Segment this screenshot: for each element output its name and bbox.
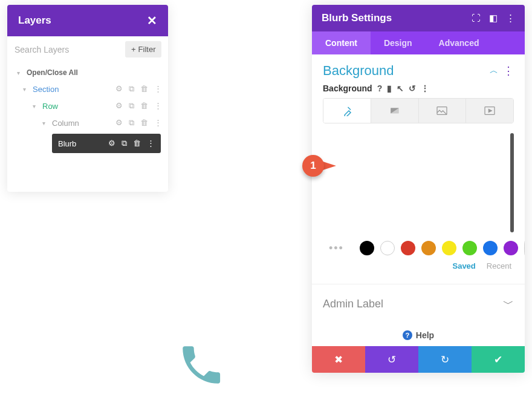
kebab-icon[interactable]: ⋮ (506, 13, 515, 24)
row-actions: ⚙ ⧉ 🗑 ⋮ (115, 101, 162, 111)
help-icon: ? (403, 330, 412, 340)
tree-row[interactable]: ▾ Row ⚙ ⧉ 🗑 ⋮ (7, 97, 168, 114)
color-swatch[interactable] (462, 241, 477, 255)
tree-section[interactable]: ▾ Section ⚙ ⧉ 🗑 ⋮ (7, 80, 168, 97)
tab-advanced[interactable]: Advanced (426, 31, 493, 54)
color-swatch[interactable] (442, 241, 456, 255)
caret-icon: ▾ (33, 103, 39, 110)
layers-header: Layers ✕ (7, 5, 168, 36)
hover-icon[interactable]: ↖ (397, 84, 404, 93)
color-swatch[interactable] (421, 241, 436, 255)
trash-icon[interactable]: 🗑 (133, 139, 141, 148)
tree-blurb[interactable]: Blurb ⚙ ⧉ 🗑 ⋮ (52, 134, 161, 153)
swatch-saved-tab[interactable]: Saved (452, 261, 475, 270)
bg-video-tab[interactable] (465, 99, 513, 123)
gear-icon[interactable]: ⚙ (115, 118, 123, 128)
settings-header: Blurb Settings ⛶ ◧ ⋮ (312, 5, 525, 31)
tree-column[interactable]: ▾ Column ⚙ ⧉ 🗑 ⋮ (7, 114, 168, 131)
phone-icon (177, 340, 226, 390)
color-swatch[interactable] (483, 241, 498, 255)
settings-tabs: Content Design Advanced (312, 31, 525, 54)
kebab-icon[interactable]: ⋮ (154, 84, 162, 94)
bg-gradient-tab[interactable] (371, 99, 418, 123)
reset-icon[interactable]: ↺ (409, 84, 416, 93)
open-close-all[interactable]: ▾ Open/Close All (7, 65, 168, 80)
color-swatch[interactable] (504, 241, 518, 255)
filter-label: Filter (138, 45, 156, 54)
background-type-segments (323, 98, 514, 123)
caret-icon: ▾ (42, 120, 48, 126)
expand-icon[interactable]: ⛶ (472, 13, 481, 24)
swatch-none[interactable] (524, 241, 525, 255)
redo-button[interactable]: ↻ (418, 346, 472, 373)
color-swatch[interactable] (401, 241, 415, 255)
gear-icon[interactable]: ⚙ (115, 84, 123, 94)
duplicate-icon[interactable]: ⧉ (129, 84, 134, 94)
confirm-button[interactable]: ✔ (472, 346, 525, 373)
gear-icon[interactable]: ⚙ (115, 101, 123, 111)
caret-icon: ▾ (17, 70, 23, 76)
layers-title: Layers (18, 15, 51, 27)
settings-body: Background ︿ ⋮ Background ? ▮ ↖ ↺ ⋮ (312, 54, 525, 284)
caret-icon: ▾ (23, 86, 29, 93)
background-title: Background (323, 63, 394, 79)
admin-label-title: Admin Label (323, 298, 383, 310)
color-swatch[interactable] (380, 241, 395, 255)
tab-content[interactable]: Content (312, 31, 371, 54)
more-swatches-icon[interactable]: ••• (329, 242, 344, 255)
search-input[interactable] (15, 45, 120, 54)
trash-icon[interactable]: 🗑 (140, 118, 148, 128)
swatch-recent-tab[interactable]: Recent (487, 261, 511, 270)
background-label-row: Background ? ▮ ↖ ↺ ⋮ (323, 84, 514, 93)
settings-panel: Blurb Settings ⛶ ◧ ⋮ Content Design Adva… (312, 5, 525, 373)
device-icon[interactable]: ▮ (387, 84, 392, 93)
trash-icon[interactable]: 🗑 (140, 84, 148, 94)
settings-title: Blurb Settings (322, 12, 392, 24)
filter-button[interactable]: + Filter (125, 41, 161, 57)
callout-number: 1 (302, 155, 324, 177)
chevron-up-icon[interactable]: ︿ (490, 65, 498, 76)
duplicate-icon[interactable]: ⧉ (129, 101, 134, 111)
kebab-icon[interactable]: ⋮ (154, 101, 162, 111)
bg-color-tab[interactable] (323, 99, 371, 123)
settings-header-icons: ⛶ ◧ ⋮ (472, 13, 515, 24)
callout-1: 1 (302, 155, 337, 180)
action-bar: ✖ ↺ ↻ ✔ (312, 346, 525, 373)
layers-search-row: + Filter (7, 36, 168, 62)
color-swatch[interactable] (360, 241, 374, 255)
close-icon[interactable]: ✕ (147, 13, 157, 28)
cancel-button[interactable]: ✖ (312, 346, 365, 373)
tab-design[interactable]: Design (371, 31, 426, 54)
background-preview[interactable] (323, 128, 514, 235)
background-section-header[interactable]: Background ︿ ⋮ (323, 63, 514, 79)
background-label: Background (323, 84, 372, 93)
duplicate-icon[interactable]: ⧉ (129, 118, 134, 128)
plus-icon: + (131, 45, 136, 54)
kebab-icon[interactable]: ⋮ (147, 139, 155, 148)
duplicate-icon[interactable]: ⧉ (122, 139, 127, 148)
bg-image-tab[interactable] (418, 99, 466, 123)
help-icon[interactable]: ? (377, 84, 383, 93)
row-actions: ⚙ ⧉ 🗑 ⋮ (115, 118, 162, 128)
row-actions: ⚙ ⧉ 🗑 ⋮ (115, 84, 162, 94)
help-label: Help (416, 330, 434, 340)
row-actions: ⚙ ⧉ 🗑 ⋮ (108, 139, 155, 148)
layers-panel: Layers ✕ + Filter ▾ Open/Close All ▾ Sec… (7, 5, 168, 192)
admin-label-section[interactable]: Admin Label ﹀ (312, 284, 525, 323)
gear-icon[interactable]: ⚙ (108, 139, 115, 148)
swatch-row: ••• (323, 235, 514, 258)
undo-button[interactable]: ↺ (365, 346, 418, 373)
help-row[interactable]: ? Help (312, 323, 525, 346)
kebab-icon[interactable]: ⋮ (503, 64, 514, 77)
kebab-icon[interactable]: ⋮ (154, 118, 162, 128)
swatch-mode-tabs: Saved Recent (323, 258, 514, 280)
trash-icon[interactable]: 🗑 (140, 101, 148, 111)
window-icon[interactable]: ◧ (489, 13, 498, 24)
chevron-down-icon: ﹀ (503, 297, 514, 311)
layers-tree: ▾ Open/Close All ▾ Section ⚙ ⧉ 🗑 ⋮ ▾ Row… (7, 62, 168, 192)
kebab-icon[interactable]: ⋮ (421, 84, 429, 93)
